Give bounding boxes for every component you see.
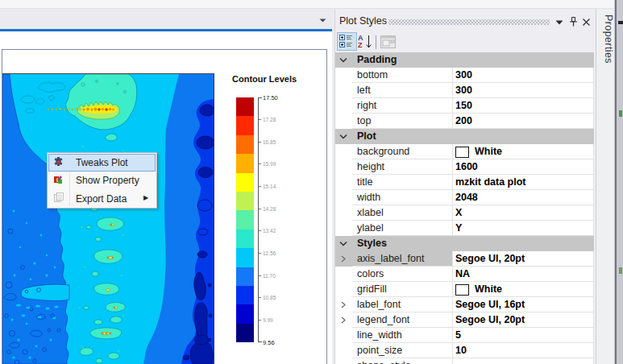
svg-text:Z: Z (358, 41, 363, 49)
